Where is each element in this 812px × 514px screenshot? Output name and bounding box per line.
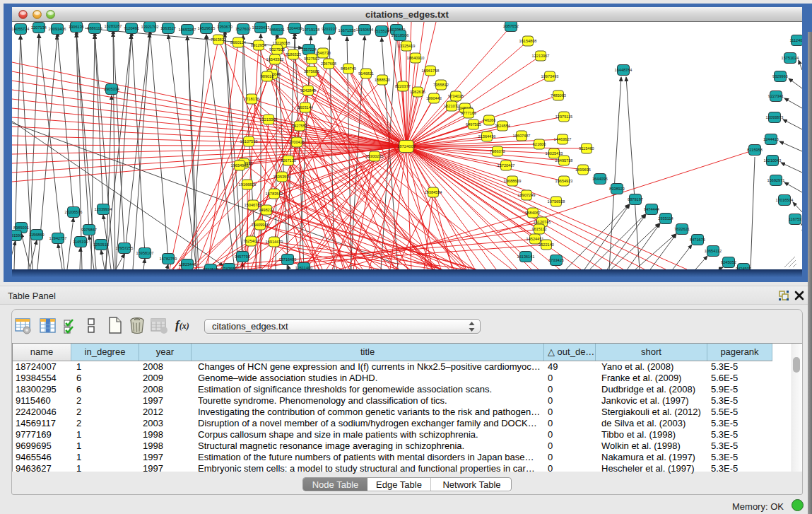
svg-text:12093873: 12093873 bbox=[766, 115, 784, 119]
svg-text:16671358: 16671358 bbox=[339, 28, 356, 33]
svg-text:8938923: 8938923 bbox=[609, 187, 625, 191]
svg-text:14055724: 14055724 bbox=[12, 27, 29, 31]
svg-text:19218506: 19218506 bbox=[392, 33, 409, 37]
svg-text:9474444: 9474444 bbox=[644, 207, 659, 211]
svg-text:2522140: 2522140 bbox=[539, 243, 554, 247]
svg-text:9424502: 9424502 bbox=[736, 267, 751, 270]
svg-text:1906136: 1906136 bbox=[69, 25, 84, 29]
svg-text:12150694: 12150694 bbox=[356, 28, 374, 32]
svg-text:15751024: 15751024 bbox=[782, 56, 799, 60]
svg-text:8204439: 8204439 bbox=[287, 26, 302, 30]
svg-text:1700426: 1700426 bbox=[289, 140, 305, 144]
svg-text:9527503: 9527503 bbox=[304, 57, 319, 61]
svg-text:3267130: 3267130 bbox=[281, 158, 296, 163]
svg-text:3875685: 3875685 bbox=[304, 69, 319, 74]
svg-text:19384554: 19384554 bbox=[425, 190, 442, 194]
svg-text:8660124: 8660124 bbox=[230, 40, 246, 45]
svg-text:7120491: 7120491 bbox=[124, 26, 139, 30]
svg-text:8427552: 8427552 bbox=[292, 124, 307, 128]
svg-text:1063527: 1063527 bbox=[160, 26, 176, 30]
svg-text:16154808: 16154808 bbox=[519, 39, 537, 43]
svg-text:12942757: 12942757 bbox=[49, 236, 67, 240]
svg-text:9327503: 9327503 bbox=[269, 47, 285, 52]
svg-text:1145190: 1145190 bbox=[73, 240, 88, 244]
svg-text:2905334: 2905334 bbox=[104, 87, 119, 91]
svg-text:8220377: 8220377 bbox=[395, 84, 411, 88]
svg-text:23495758: 23495758 bbox=[555, 158, 573, 163]
svg-text:12823446: 12823446 bbox=[179, 262, 196, 267]
svg-text:8215958: 8215958 bbox=[747, 148, 763, 152]
svg-text:20091406: 20091406 bbox=[49, 27, 66, 31]
svg-text:13716485: 13716485 bbox=[279, 257, 297, 262]
svg-text:16961758: 16961758 bbox=[422, 69, 440, 73]
svg-text:16107553: 16107553 bbox=[240, 139, 258, 144]
svg-text:8454749: 8454749 bbox=[341, 66, 356, 71]
svg-text:10654112: 10654112 bbox=[705, 249, 722, 253]
svg-text:8912954: 8912954 bbox=[251, 43, 266, 47]
svg-text:16120745: 16120745 bbox=[534, 220, 551, 224]
svg-text:1250515: 1250515 bbox=[93, 243, 109, 247]
svg-text:6879197: 6879197 bbox=[628, 197, 643, 201]
svg-text:1588520: 1588520 bbox=[375, 78, 390, 82]
svg-text:17957255: 17957255 bbox=[116, 246, 134, 250]
svg-text:7357224: 7357224 bbox=[301, 47, 317, 52]
svg-text:1699695: 1699695 bbox=[575, 168, 591, 172]
svg-text:12213369: 12213369 bbox=[260, 117, 278, 122]
svg-text:10653287: 10653287 bbox=[179, 28, 196, 32]
svg-text:7625402: 7625402 bbox=[243, 239, 259, 243]
svg-text:9242848: 9242848 bbox=[300, 88, 316, 93]
svg-text:1244415: 1244415 bbox=[763, 137, 779, 141]
svg-text:9886119: 9886119 bbox=[87, 26, 102, 30]
svg-text:9322512: 9322512 bbox=[203, 267, 218, 270]
svg-text:1546730: 1546730 bbox=[315, 51, 331, 55]
svg-text:16210043: 16210043 bbox=[764, 158, 782, 163]
svg-text:6466101: 6466101 bbox=[269, 28, 285, 32]
svg-text:1156869: 1156869 bbox=[29, 233, 44, 237]
svg-text:9734028: 9734028 bbox=[448, 94, 464, 98]
svg-text:7632621: 7632621 bbox=[674, 227, 690, 231]
svg-text:1527602: 1527602 bbox=[235, 27, 251, 31]
svg-text:7485063: 7485063 bbox=[551, 93, 566, 98]
svg-text:2087652: 2087652 bbox=[503, 24, 519, 28]
svg-text:16914479: 16914479 bbox=[266, 240, 283, 244]
svg-text:14524451: 14524451 bbox=[526, 237, 544, 241]
svg-text:9777169: 9777169 bbox=[461, 111, 476, 115]
svg-text:12213967: 12213967 bbox=[532, 54, 550, 58]
svg-text:2367608: 2367608 bbox=[321, 62, 336, 66]
svg-text:9457791: 9457791 bbox=[235, 255, 250, 259]
svg-text:8186323: 8186323 bbox=[286, 52, 301, 57]
svg-text:621600: 621600 bbox=[533, 142, 546, 146]
svg-text:1733426: 1733426 bbox=[548, 258, 564, 262]
svg-text:391590: 391590 bbox=[12, 233, 22, 238]
svg-text:19166825: 19166825 bbox=[239, 182, 257, 187]
svg-text:15692971: 15692971 bbox=[767, 178, 785, 182]
svg-text:9329966: 9329966 bbox=[772, 74, 788, 78]
svg-text:10025433: 10025433 bbox=[546, 151, 563, 156]
svg-text:116753: 116753 bbox=[789, 217, 801, 221]
svg-text:2935114: 2935114 bbox=[658, 216, 673, 221]
svg-text:15136141: 15136141 bbox=[517, 255, 535, 259]
svg-text:3624554: 3624554 bbox=[495, 124, 510, 128]
svg-text:1644095: 1644095 bbox=[592, 177, 608, 181]
svg-text:15353594: 15353594 bbox=[273, 175, 291, 179]
svg-text:18907249: 18907249 bbox=[518, 193, 536, 197]
svg-text:1615112: 1615112 bbox=[531, 227, 546, 231]
svg-text:7986372: 7986372 bbox=[490, 149, 505, 153]
svg-text:13921702: 13921702 bbox=[141, 25, 159, 29]
svg-text:746266: 746266 bbox=[483, 118, 496, 122]
svg-text:14463627: 14463627 bbox=[554, 137, 572, 141]
svg-text:1362615: 1362615 bbox=[410, 90, 425, 94]
svg-text:16283287: 16283287 bbox=[105, 24, 122, 28]
svg-text:9203337: 9203337 bbox=[322, 27, 337, 31]
svg-text:12339934: 12339934 bbox=[95, 207, 112, 211]
svg-text:1350670: 1350670 bbox=[217, 25, 233, 29]
svg-text:16448784: 16448784 bbox=[615, 68, 632, 72]
svg-text:10756928: 10756928 bbox=[548, 199, 565, 204]
svg-text:2718176: 2718176 bbox=[244, 97, 259, 101]
svg-text:21364436: 21364436 bbox=[478, 134, 496, 139]
svg-text:9227341: 9227341 bbox=[768, 94, 784, 98]
svg-text:10973493: 10973493 bbox=[541, 74, 559, 78]
svg-text:15720407: 15720407 bbox=[498, 163, 515, 168]
svg-text:8985001: 8985001 bbox=[13, 226, 29, 230]
svg-text:15046786: 15046786 bbox=[245, 203, 262, 207]
